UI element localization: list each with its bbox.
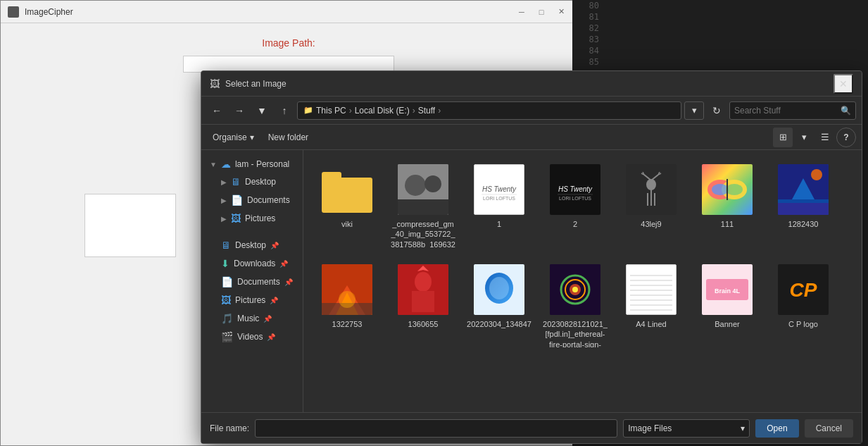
sidebar-item-label: Desktop (235, 240, 266, 250)
svg-point-42 (489, 277, 509, 299)
downloads-icon: ⬇ (221, 258, 229, 269)
code-line: 82 (572, 23, 868, 34)
arrow-icon: ▶ (221, 215, 227, 223)
sidebar-group-personal[interactable]: ▼ ☁ lam - Personal (204, 156, 300, 173)
dialog-close-button[interactable]: ✕ (834, 74, 853, 94)
sidebar-quickaccess-videos[interactable]: 🎬 Videos 📌 (204, 328, 300, 346)
organise-label: Organise (213, 132, 247, 142)
large-icons-view-button[interactable]: ⊞ (773, 128, 793, 147)
view-dropdown-button[interactable]: ▾ (794, 128, 814, 147)
svg-rect-39 (412, 291, 434, 312)
file-type-dropdown[interactable]: Image Files ▾ (623, 419, 750, 438)
file-thumbnail (550, 264, 600, 315)
svg-point-2 (424, 175, 441, 192)
minimize-button[interactable]: ─ (513, 4, 530, 20)
list-item[interactable]: 111 (692, 159, 762, 253)
file-thumbnail (626, 164, 677, 215)
help-button[interactable]: ? (836, 128, 856, 147)
list-item[interactable]: viki (312, 159, 382, 253)
svg-point-30 (811, 169, 822, 180)
search-input[interactable] (734, 106, 838, 116)
file-grid-container[interactable]: viki _compressed_gm_40_img_553722_381758… (303, 150, 862, 412)
sidebar-documents-label: Documents (247, 195, 290, 205)
app-title: ImageCipher (25, 7, 73, 17)
list-item[interactable]: A4 Lined (616, 259, 686, 353)
sidebar-quickaccess-downloads[interactable]: ⬇ Downloads 📌 (204, 254, 300, 273)
new-folder-button[interactable]: New folder (263, 130, 314, 145)
list-item[interactable]: 1282430 (768, 159, 838, 253)
cancel-button[interactable]: Cancel (805, 419, 853, 438)
dialog-toolbar: ← → ▼ ↑ 📁 This PC › Local Disk (E:) › St… (201, 97, 862, 125)
file-thumbnail: HS Twenty LORI LOFTUS (550, 164, 600, 215)
svg-point-15 (646, 179, 656, 190)
dropdown-arrow-icon: ▾ (741, 423, 745, 433)
list-item[interactable]: 20230828121021_[fpdl.in]_ethereal-fire-p… (540, 259, 610, 353)
file-name: 1322753 (332, 319, 363, 329)
sidebar-item-documents[interactable]: ▶ 📄 Documents (204, 191, 300, 209)
list-item[interactable]: 1360655 (388, 259, 458, 353)
new-folder-label: New folder (268, 132, 308, 142)
file-name: viki (341, 219, 353, 229)
pin-icon: 📌 (267, 333, 275, 341)
file-thumbnail: CP (778, 264, 829, 315)
file-name: 1 (497, 219, 501, 229)
list-item[interactable]: _compressed_gm_40_img_553722_3817588b_16… (388, 159, 458, 253)
svg-text:LORI LOFTUS: LORI LOFTUS (483, 196, 515, 201)
breadcrumb-dropdown-button[interactable]: ▾ (684, 101, 704, 120)
pictures-icon: 🖼 (231, 213, 241, 224)
sidebar-item-pictures[interactable]: ▶ 🖼 Pictures (204, 209, 300, 228)
sidebar-item-desktop[interactable]: ▶ 🖥 Desktop (204, 173, 300, 191)
back-button[interactable]: ← (207, 101, 227, 120)
organise-button[interactable]: Organise ▾ (207, 130, 260, 145)
svg-text:HS Twenty: HS Twenty (558, 185, 593, 193)
file-name-label: File name: (210, 423, 249, 433)
recent-button[interactable]: ▼ (252, 101, 272, 120)
svg-line-17 (651, 175, 658, 180)
file-thumbnail: HS Twenty LORI LOFTUS (474, 164, 524, 215)
list-item[interactable]: 43lej9 (616, 159, 686, 253)
list-item[interactable]: HS Twenty LORI LOFTUS 1 (464, 159, 534, 253)
file-name: Banner (715, 319, 739, 329)
file-name: C P logo (788, 319, 818, 329)
group-arrow-icon: ▼ (210, 161, 217, 168)
list-item[interactable]: 20220304_134847 (464, 259, 534, 353)
file-name: 20230828121021_[fpdl.in]_ethereal-fire-p… (543, 319, 608, 347)
up-button[interactable]: ↑ (275, 101, 294, 120)
code-line: 85 (572, 56, 868, 68)
search-box: 🔍 (729, 101, 856, 120)
forward-button[interactable]: → (229, 101, 249, 120)
svg-point-25 (726, 184, 743, 195)
breadcrumb-bar[interactable]: 📁 This PC › Local Disk (E:) › Stuff › (297, 101, 681, 120)
file-thumbnail (626, 264, 677, 315)
list-item[interactable]: HS Twenty LORI LOFTUS 2 (540, 159, 610, 253)
sidebar-quickaccess-pictures[interactable]: 🖼 Pictures 📌 (204, 291, 300, 309)
close-button[interactable]: ✕ (553, 4, 570, 20)
dialog-titlebar: 🖼 Select an Image ✕ (201, 71, 862, 97)
sidebar-quickaccess-desktop[interactable]: 🖥 Desktop 📌 (204, 236, 300, 254)
file-name: 111 (721, 219, 734, 229)
sidebar-quickaccess-documents[interactable]: 📄 Documents 📌 (204, 273, 300, 291)
app-icon (8, 6, 19, 18)
list-item[interactable]: Brain 4L Banner (692, 259, 762, 353)
details-view-button[interactable]: ☰ (815, 128, 835, 147)
breadcrumb-local-disk: Local Disk (E:) (355, 106, 410, 116)
sidebar-item-label: Downloads (234, 259, 275, 268)
sidebar-pictures-label: Pictures (245, 213, 275, 223)
list-item[interactable]: CP C P logo (768, 259, 838, 353)
list-item[interactable]: 1322753 (312, 259, 382, 353)
file-thumbnail (398, 164, 448, 215)
search-icon: 🔍 (841, 106, 851, 116)
white-overlay-box (84, 194, 176, 257)
svg-text:CP: CP (790, 279, 817, 301)
file-thumbnail (702, 164, 753, 215)
svg-line-16 (644, 175, 651, 180)
sidebar-quickaccess-music[interactable]: 🎵 Music 📌 (204, 309, 300, 328)
file-name-input[interactable] (255, 419, 617, 438)
arrow-icon: ▶ (221, 197, 227, 204)
svg-text:LORI LOFTUS: LORI LOFTUS (559, 196, 591, 201)
refresh-button[interactable]: ↻ (707, 101, 727, 120)
open-button[interactable]: Open (755, 419, 798, 438)
maximize-button[interactable]: □ (533, 4, 550, 20)
pictures-icon: 🖼 (221, 295, 231, 306)
file-name: 20220304_134847 (467, 319, 532, 329)
